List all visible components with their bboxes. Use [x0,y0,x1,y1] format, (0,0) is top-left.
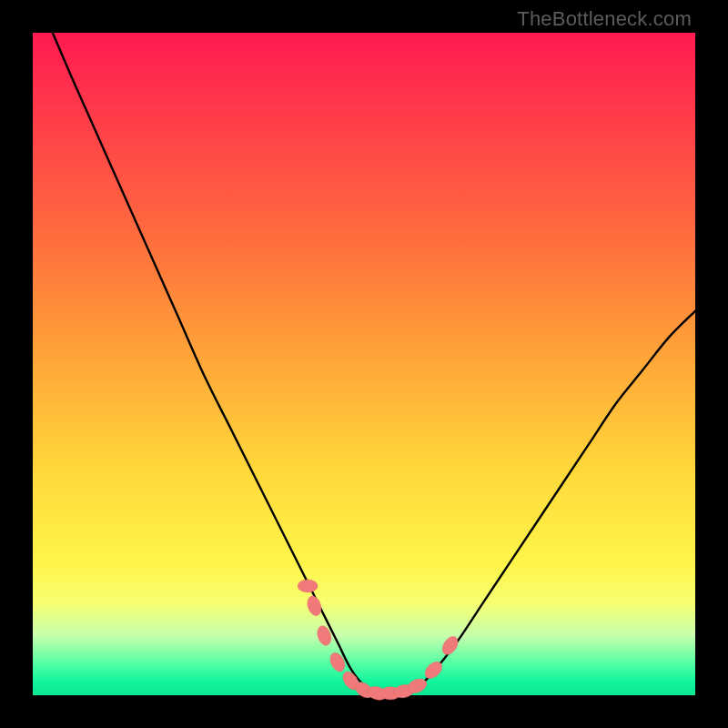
chart-frame: TheBottleneck.com [0,0,728,728]
curve-marker [298,580,318,592]
attribution-label: TheBottleneck.com [517,7,692,31]
plot-area [33,33,695,695]
bottleneck-curve [53,33,695,694]
curve-marker [328,651,348,674]
bottleneck-curve-svg [33,33,695,695]
curve-marker [305,594,323,617]
curve-markers [298,580,460,702]
curve-marker [440,633,461,657]
